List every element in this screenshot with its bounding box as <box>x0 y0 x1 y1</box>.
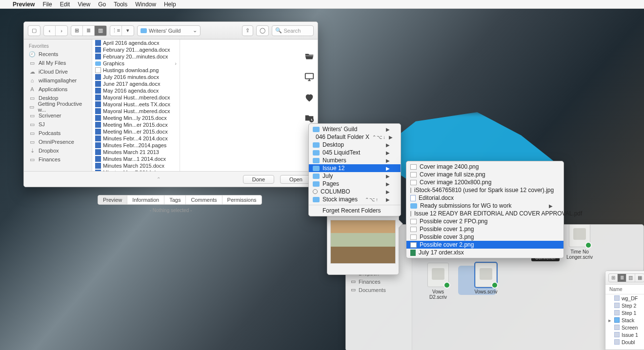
sidebar-item[interactable]: ⇣Dropbox <box>24 146 92 155</box>
nav-back-forward[interactable]: ‹› <box>43 25 68 36</box>
list-row[interactable]: ▸Stack <box>605 316 644 324</box>
menu-item[interactable]: Numbers▶ <box>309 156 401 164</box>
menu-item[interactable]: Editorial.docx <box>406 194 564 202</box>
view-mode-segment-right[interactable]: ⊞≣▥▦ <box>608 273 644 282</box>
menu-file[interactable]: File <box>42 1 52 8</box>
file-row[interactable]: Meeting Min...er 2015.docx <box>92 121 180 128</box>
sidebar-item[interactable]: ▭All My Files <box>24 58 92 67</box>
sidebar-item[interactable]: ⌂williamgallagher <box>24 76 92 85</box>
location-popup[interactable]: Writers' Guild ⌄ <box>137 25 201 36</box>
menu-item[interactable]: Writers' Guild▶ <box>309 125 401 133</box>
menu-item[interactable]: Desktop▶ <box>309 141 401 149</box>
menu-item[interactable]: iStock-546765810 (used for Spark issue 1… <box>406 186 564 194</box>
list-row[interactable]: wg_DF <box>605 294 644 302</box>
file-scriv-2[interactable]: Vows D2.scriv <box>424 263 452 300</box>
file-row[interactable]: Mayoral Hust...mbered.docx <box>92 94 180 101</box>
tab-preview[interactable]: Preview <box>98 195 127 204</box>
menu-item[interactable]: COLUMBO▶ <box>309 188 401 195</box>
resize-grip-icon[interactable]: ⌃ <box>157 176 162 182</box>
tags-button[interactable]: ◯ <box>256 25 269 36</box>
sidebar-item[interactable]: ▭OmniPresence <box>24 137 92 146</box>
file-row[interactable]: Meeting Min...er 2015.docx <box>92 128 180 135</box>
folder-open-icon[interactable] <box>302 50 316 63</box>
menu-item[interactable]: Cover image 2400.png <box>406 163 564 171</box>
recent-folder-icon[interactable] <box>302 111 316 125</box>
menu-item[interactable]: Possible cover 2.png <box>406 241 564 249</box>
menu-item[interactable]: Possible cover 1.png <box>406 225 564 233</box>
list-row[interactable]: Issue 1 <box>605 331 644 338</box>
list-row[interactable]: Doubl <box>605 338 644 346</box>
column-view-icon[interactable]: ▥ <box>95 26 106 36</box>
file-row[interactable]: Minutes Mar...1 2014.docx <box>92 156 180 162</box>
menu-view[interactable]: View <box>78 1 90 8</box>
menu-item[interactable]: Issue 12▶ <box>309 164 401 172</box>
list-row[interactable]: Step 2 <box>605 302 644 309</box>
list-row[interactable]: Step 1 <box>605 309 644 316</box>
heart-icon[interactable] <box>302 91 316 104</box>
file-row[interactable]: Minutes March 21 2013 <box>92 149 180 156</box>
file-row[interactable]: Hustings download.png <box>92 67 180 74</box>
file-scriv-3[interactable]: Vows.scriv <box>472 263 500 294</box>
list-view-icon[interactable]: ≣ <box>83 26 95 36</box>
file-row[interactable]: July 2016 minutes.docx <box>92 74 180 80</box>
disclosure-icon[interactable]: ▸ <box>608 317 612 323</box>
file-row[interactable]: June 2017 agenda.docx <box>92 80 180 87</box>
sidebar-item[interactable]: ▭Podcasts <box>24 129 92 137</box>
search-field[interactable]: 🔍 Search <box>272 25 314 36</box>
menu-item-forget[interactable]: Forget Recent Folders <box>309 207 401 214</box>
sidebar-item[interactable]: ☁iCloud Drive <box>24 67 92 76</box>
desktop-icon[interactable] <box>302 70 316 84</box>
menu-item[interactable]: Pages▶ <box>309 180 401 188</box>
menu-go[interactable]: Go <box>98 1 106 8</box>
file-row[interactable]: Meeting Min...ly 2015.docx <box>92 115 180 121</box>
menu-help[interactable]: Help <box>164 1 176 8</box>
menu-item[interactable]: Possible cover 3.png <box>406 233 564 241</box>
tab-tags[interactable]: Tags <box>164 195 186 204</box>
sidebar-item[interactable]: AApplications <box>24 85 92 94</box>
app-name[interactable]: Preview <box>13 1 35 8</box>
menu-tools[interactable]: Tools <box>114 1 127 8</box>
menu-edit[interactable]: Edit <box>60 1 70 8</box>
file-row[interactable]: February 20...minutes.docx <box>92 53 180 60</box>
sidebar-item[interactable]: ▭Documents <box>346 286 412 294</box>
sidebar-item[interactable]: ▭SJ <box>24 120 92 129</box>
menu-item[interactable]: Ready submissions for WG to work▶ <box>406 202 564 210</box>
file-row[interactable]: May 2016 agenda.docx <box>92 87 180 94</box>
menu-item[interactable]: July▶ <box>309 172 401 180</box>
menu-item[interactable]: 045 LiquidText▶ <box>309 149 401 156</box>
file-row[interactable]: Minutes March 2015.docx <box>92 162 180 169</box>
menu-item[interactable]: Cover image full size.png <box>406 171 564 178</box>
group-by[interactable]: ⋮≡▾ <box>110 25 134 36</box>
tab-permissions[interactable]: Permissions <box>222 195 262 204</box>
menu-window[interactable]: Window <box>135 1 156 8</box>
tab-information[interactable]: Information <box>127 195 164 204</box>
share-button[interactable]: ⇪ <box>242 25 253 36</box>
tab-comments[interactable]: Comments <box>186 195 222 204</box>
menu-item[interactable]: Cover image 1200x800.png <box>406 178 564 186</box>
view-mode-segment[interactable]: ⊞ ≣ ▥ <box>71 25 107 36</box>
menu-item[interactable]: Issue 12 READY BAR EDITORIAL AND COVER A… <box>406 210 564 217</box>
file-row[interactable]: Mayoral Hust...eets TX.docx <box>92 101 180 108</box>
file-row[interactable]: Minutes Febr...4 2014.docx <box>92 135 180 142</box>
file-scriv-1[interactable]: Time No Longer.scriv <box>565 224 594 260</box>
menu-item[interactable]: Possible cover 2 FPO.png <box>406 217 564 225</box>
done-button[interactable]: Done <box>243 175 274 184</box>
column-header-name[interactable]: Name <box>605 285 644 294</box>
icon-view-icon[interactable]: ⊞ <box>71 26 83 36</box>
file-row[interactable]: February 201...agenda.docx <box>92 46 180 53</box>
menu-item[interactable]: July 17 order.xlsx <box>406 249 564 256</box>
open-button[interactable]: Open <box>280 175 312 184</box>
sidebar-item[interactable]: ▭Finances <box>346 277 412 286</box>
file-row[interactable]: Mayoral Hust...mbered.docx <box>92 108 180 115</box>
sidebar-item[interactable]: ▭Getting Productive w... <box>24 102 92 111</box>
file-row[interactable]: April 2016 agenda.docx <box>92 39 180 46</box>
menu-item[interactable]: 046 Default Folder X⌃⌥↓▶ <box>309 133 401 141</box>
file-row[interactable]: Minutes Febr...2014.pages <box>92 142 180 149</box>
menu-item[interactable]: Stock images⌃⌥↑▶ <box>309 195 401 203</box>
file-column[interactable]: April 2016 agenda.docxFebruary 201...age… <box>92 39 180 171</box>
list-row[interactable]: Screen <box>605 324 644 331</box>
file-row[interactable]: Graphics› <box>92 60 180 67</box>
sidebar-item[interactable]: 🕘Recents <box>24 50 92 58</box>
sidebar-toggle[interactable]: ▢ <box>28 25 40 36</box>
sidebar-item[interactable]: ▭Finances <box>24 155 92 164</box>
